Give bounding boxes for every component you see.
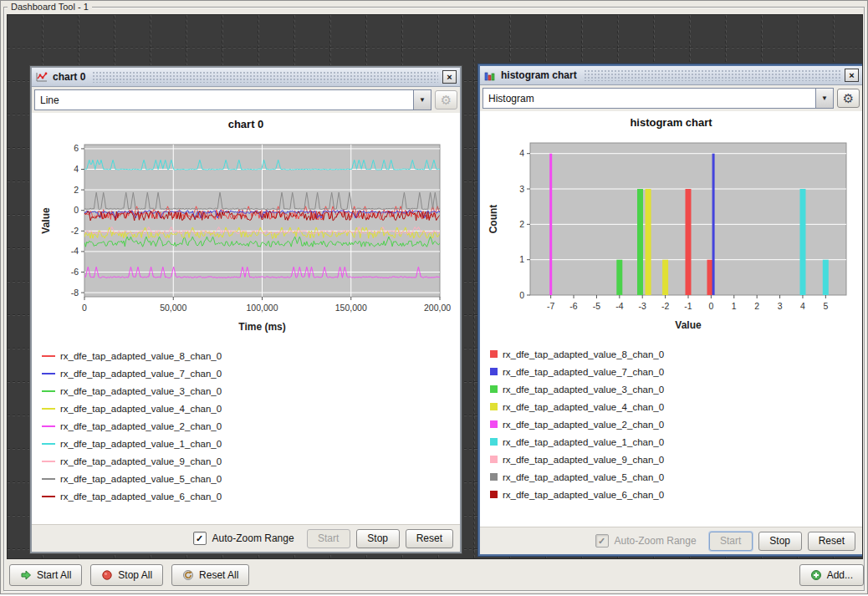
stop-all-button[interactable]: Stop All	[90, 564, 163, 586]
start-all-label: Start All	[37, 569, 71, 581]
stop-button[interactable]: Stop	[758, 532, 802, 551]
legend-item: rx_dfe_tap_adapted_value_1_chan_0	[490, 433, 862, 451]
legend-label: rx_dfe_tap_adapted_value_2_chan_0	[60, 421, 222, 431]
svg-text:-5: -5	[593, 301, 600, 311]
svg-text:-2: -2	[71, 226, 79, 236]
svg-text:2: 2	[754, 301, 759, 311]
legend-label: rx_dfe_tap_adapted_value_3_chan_0	[60, 386, 222, 396]
frame-titlebar-histogram[interactable]: histogram chart ×	[480, 66, 862, 85]
svg-text:4: 4	[74, 164, 79, 174]
stop-button[interactable]: Stop	[356, 529, 400, 548]
start-button: Start	[709, 532, 753, 551]
app-window: Dashboard Tool - 1	[0, 0, 868, 594]
reset-all-button[interactable]: Reset All	[171, 564, 249, 586]
legend-label: rx_dfe_tap_adapted_value_7_chan_0	[503, 367, 664, 377]
chart0-toolbar: Line ▼ ⚙	[32, 87, 460, 113]
legend-label: rx_dfe_tap_adapted_value_9_chan_0	[503, 455, 664, 465]
legend-marker	[490, 385, 498, 393]
close-icon[interactable]: ×	[845, 69, 859, 82]
svg-text:0: 0	[82, 303, 87, 313]
chart-type-value: Line	[35, 90, 413, 110]
legend-marker	[42, 390, 55, 392]
legend-item: rx_dfe_tap_adapted_value_5_chan_0	[42, 470, 460, 487]
svg-text:6: 6	[74, 143, 79, 153]
legend-label: rx_dfe_tap_adapted_value_9_chan_0	[60, 456, 222, 466]
settings-gear-button: ⚙	[435, 90, 457, 110]
frame-title: histogram chart	[501, 69, 577, 81]
start-button: Start	[307, 529, 350, 548]
legend-marker	[490, 473, 498, 481]
stop-all-label: Stop All	[118, 569, 152, 581]
svg-text:-2: -2	[661, 301, 669, 311]
reset-button[interactable]: Reset	[406, 529, 453, 548]
svg-text:Value: Value	[675, 319, 702, 331]
auto-zoom-label: Auto-Zoom Range	[212, 532, 294, 544]
add-button[interactable]: Add...	[799, 564, 864, 586]
legend-item: rx_dfe_tap_adapted_value_5_chan_0	[490, 468, 862, 486]
chart-type-value: Histogram	[483, 89, 815, 108]
histogram-controls: ✓ Auto-Zoom Range Start Stop Reset	[480, 527, 862, 554]
reset-all-icon	[182, 569, 194, 581]
legend-item: rx_dfe_tap_adapted_value_2_chan_0	[42, 417, 460, 435]
legend-item: rx_dfe_tap_adapted_value_7_chan_0	[490, 363, 862, 380]
chart0-panel: chart 0 6420-2-4-6-8050,000100,000150,00…	[32, 113, 460, 524]
stop-all-icon	[101, 569, 113, 581]
chevron-down-icon[interactable]: ▼	[413, 90, 431, 110]
histogram-plot[interactable]: 01234-7-6-5-4-3-2-1012345CountValue	[483, 133, 856, 334]
legend-item: rx_dfe_tap_adapted_value_9_chan_0	[42, 452, 460, 470]
legend-label: rx_dfe_tap_adapted_value_6_chan_0	[503, 490, 664, 500]
legend-item: rx_dfe_tap_adapted_value_1_chan_0	[42, 435, 460, 452]
auto-zoom-checkbox[interactable]: ✓	[193, 532, 207, 545]
line-chart-plot[interactable]: 6420-2-4-6-8050,000100,000150,000200,000…	[36, 135, 451, 335]
histogram-icon	[483, 69, 497, 81]
start-all-icon	[20, 569, 32, 581]
legend-label: rx_dfe_tap_adapted_value_3_chan_0	[503, 385, 664, 395]
legend-item: rx_dfe_tap_adapted_value_6_chan_0	[42, 487, 460, 505]
chart-type-select[interactable]: Line ▼	[34, 89, 431, 110]
histogram-panel: histogram chart 01234-7-6-5-4-3-2-101234…	[480, 111, 862, 527]
close-icon[interactable]: ×	[442, 70, 457, 84]
legend-label: rx_dfe_tap_adapted_value_2_chan_0	[503, 420, 664, 430]
legend-marker	[42, 461, 55, 462]
legend-item: rx_dfe_tap_adapted_value_4_chan_0	[490, 398, 862, 415]
legend-label: rx_dfe_tap_adapted_value_8_chan_0	[503, 349, 664, 359]
legend-label: rx_dfe_tap_adapted_value_7_chan_0	[60, 369, 222, 379]
legend-marker	[490, 403, 498, 410]
start-all-button[interactable]: Start All	[9, 564, 82, 586]
svg-text:-6: -6	[569, 301, 577, 311]
desktop-pane: chart 0 × Line ▼ ⚙ chart 0 6420-2-4-6-80…	[7, 14, 863, 559]
svg-text:Value: Value	[40, 207, 52, 234]
legend-marker	[490, 350, 498, 358]
svg-text:-4: -4	[71, 246, 79, 256]
svg-text:3: 3	[778, 301, 783, 311]
svg-text:150,000: 150,000	[335, 303, 367, 313]
svg-text:-8: -8	[71, 288, 79, 298]
frame-titlebar-chart0[interactable]: chart 0 ×	[32, 68, 460, 87]
reset-all-label: Reset All	[199, 569, 238, 581]
legend-marker	[42, 373, 55, 374]
svg-text:2: 2	[519, 219, 524, 229]
chevron-down-icon[interactable]: ▼	[815, 89, 833, 108]
legend-label: rx_dfe_tap_adapted_value_5_chan_0	[503, 472, 664, 482]
legend-item: rx_dfe_tap_adapted_value_8_chan_0	[490, 345, 862, 363]
reset-button[interactable]: Reset	[808, 532, 855, 551]
legend: rx_dfe_tap_adapted_value_8_chan_0rx_dfe_…	[32, 347, 460, 505]
legend-marker	[490, 438, 498, 446]
settings-gear-button[interactable]: ⚙	[837, 89, 860, 108]
auto-zoom-checkbox: ✓	[595, 534, 609, 548]
chart-type-select[interactable]: Histogram ▼	[483, 88, 834, 109]
svg-text:-6: -6	[71, 267, 79, 277]
svg-text:Count: Count	[488, 205, 499, 234]
chart-title: chart 0	[32, 118, 460, 135]
legend-label: rx_dfe_tap_adapted_value_5_chan_0	[60, 474, 222, 484]
legend-item: rx_dfe_tap_adapted_value_9_chan_0	[490, 451, 862, 468]
svg-text:-1: -1	[684, 301, 692, 311]
legend-label: rx_dfe_tap_adapted_value_4_chan_0	[60, 404, 222, 414]
svg-text:3: 3	[519, 184, 524, 194]
svg-text:-4: -4	[615, 301, 623, 311]
svg-text:1: 1	[519, 254, 524, 264]
legend-marker	[42, 408, 55, 410]
legend-marker	[42, 425, 55, 427]
chart0-controls: ✓ Auto-Zoom Range Start Stop Reset	[32, 524, 460, 552]
histogram-toolbar: Histogram ▼ ⚙	[480, 85, 862, 111]
